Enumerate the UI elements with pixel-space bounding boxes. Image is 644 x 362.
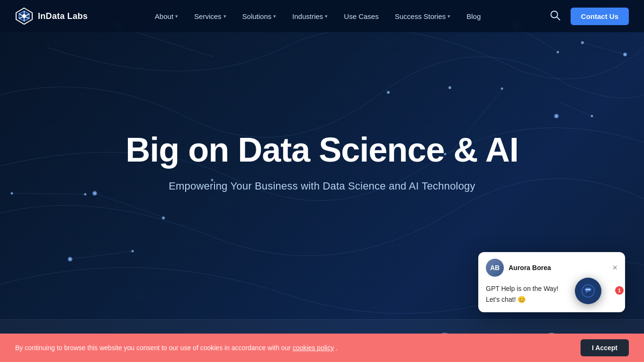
nav-item-blog[interactable]: Blog bbox=[460, 9, 487, 24]
svg-point-28 bbox=[93, 192, 96, 195]
chat-user-info: AB Aurora Borea bbox=[486, 259, 551, 277]
nav-links: About ▾ Services ▾ Solutions ▾ Industrie… bbox=[148, 9, 487, 24]
contact-button[interactable]: Contact Us bbox=[571, 8, 629, 25]
nav-right: Contact Us bbox=[548, 8, 629, 25]
svg-point-23 bbox=[557, 51, 559, 54]
chevron-down-icon: ▾ bbox=[224, 13, 226, 19]
logo[interactable]: InData Labs bbox=[15, 7, 88, 25]
svg-point-2 bbox=[22, 14, 26, 18]
svg-point-39 bbox=[623, 53, 627, 56]
svg-point-32 bbox=[132, 250, 134, 253]
logo-text: InData Labs bbox=[38, 11, 88, 21]
cookie-banner: By continuing to browse this website you… bbox=[0, 334, 644, 362]
cookie-policy-link[interactable]: cookies policy bbox=[293, 344, 334, 352]
chevron-down-icon: ▾ bbox=[447, 13, 450, 19]
chat-fab-button[interactable] bbox=[575, 278, 601, 304]
svg-line-16 bbox=[559, 102, 592, 116]
search-button[interactable] bbox=[548, 8, 562, 25]
hero-subtitle: Empowering Your Business with Data Scien… bbox=[109, 181, 535, 193]
logo-icon bbox=[15, 7, 33, 25]
svg-point-24 bbox=[501, 88, 503, 90]
svg-point-21 bbox=[581, 41, 584, 44]
svg-point-42 bbox=[68, 257, 72, 262]
svg-point-35 bbox=[387, 91, 390, 94]
svg-point-29 bbox=[84, 193, 87, 196]
nav-item-about[interactable]: About ▾ bbox=[148, 9, 185, 24]
hero-title: Big on Data Science & AI bbox=[109, 131, 535, 169]
svg-point-27 bbox=[591, 115, 593, 118]
chat-popup-header: AB Aurora Borea × bbox=[478, 252, 625, 281]
hero-content: Big on Data Science & AI Empowering Your… bbox=[109, 131, 535, 192]
svg-point-41 bbox=[92, 191, 97, 196]
main-nav: InData Labs About ▾ Services ▾ Solutions… bbox=[0, 0, 644, 32]
svg-line-14 bbox=[95, 193, 166, 218]
nav-item-use-cases[interactable]: Use Cases bbox=[337, 9, 385, 24]
svg-point-30 bbox=[11, 192, 13, 195]
chevron-down-icon: ▾ bbox=[273, 13, 276, 19]
chat-user-name: Aurora Borea bbox=[509, 264, 551, 272]
svg-point-56 bbox=[586, 289, 587, 290]
svg-line-17 bbox=[12, 193, 85, 194]
search-icon bbox=[550, 10, 560, 20]
svg-line-18 bbox=[70, 251, 133, 259]
cookie-accept-button[interactable]: I Accept bbox=[581, 339, 629, 356]
svg-point-58 bbox=[589, 289, 590, 290]
svg-line-10 bbox=[557, 17, 560, 20]
nav-item-solutions[interactable]: Solutions ▾ bbox=[236, 9, 283, 24]
svg-line-13 bbox=[582, 43, 625, 54]
cookie-text: By continuing to browse this website you… bbox=[15, 344, 338, 352]
avatar: AB bbox=[486, 259, 504, 277]
nav-item-industries[interactable]: Industries ▾ bbox=[286, 9, 334, 24]
chat-notification-badge: 1 bbox=[615, 286, 624, 295]
svg-point-31 bbox=[69, 258, 72, 261]
hero-section: InData Labs About ▾ Services ▾ Solutions… bbox=[0, 0, 644, 362]
chevron-down-icon: ▾ bbox=[175, 13, 178, 19]
chevron-down-icon: ▾ bbox=[325, 13, 328, 19]
chat-close-button[interactable]: × bbox=[612, 263, 617, 272]
svg-point-33 bbox=[162, 217, 165, 219]
nav-item-services[interactable]: Services ▾ bbox=[188, 9, 233, 24]
svg-point-57 bbox=[588, 289, 589, 290]
nav-item-success-stories[interactable]: Success Stories ▾ bbox=[388, 9, 457, 24]
svg-point-25 bbox=[448, 86, 451, 89]
svg-point-40 bbox=[554, 114, 559, 118]
chat-fab-wrapper: 1 bbox=[596, 287, 623, 314]
svg-point-22 bbox=[624, 53, 626, 56]
chat-fab-icon bbox=[581, 284, 595, 298]
svg-point-26 bbox=[555, 115, 558, 118]
